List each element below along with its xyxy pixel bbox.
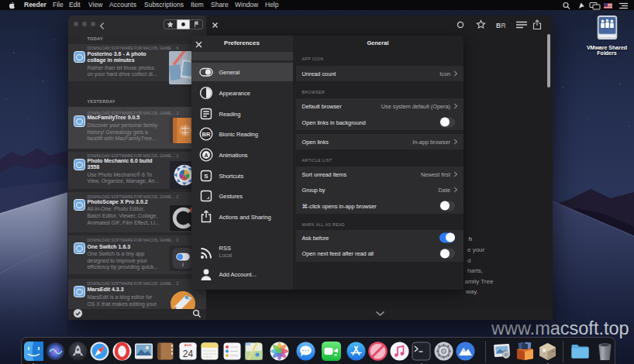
svg-text:S: S xyxy=(204,173,208,180)
svg-text:BR: BR xyxy=(202,131,210,138)
svg-text:A: A xyxy=(204,153,208,158)
svg-text:24: 24 xyxy=(182,349,193,359)
svg-text:AUG: AUG xyxy=(184,343,191,347)
svg-text:18: 18 xyxy=(551,349,555,353)
svg-text:R: R xyxy=(501,22,506,29)
svg-text:B: B xyxy=(496,22,501,29)
